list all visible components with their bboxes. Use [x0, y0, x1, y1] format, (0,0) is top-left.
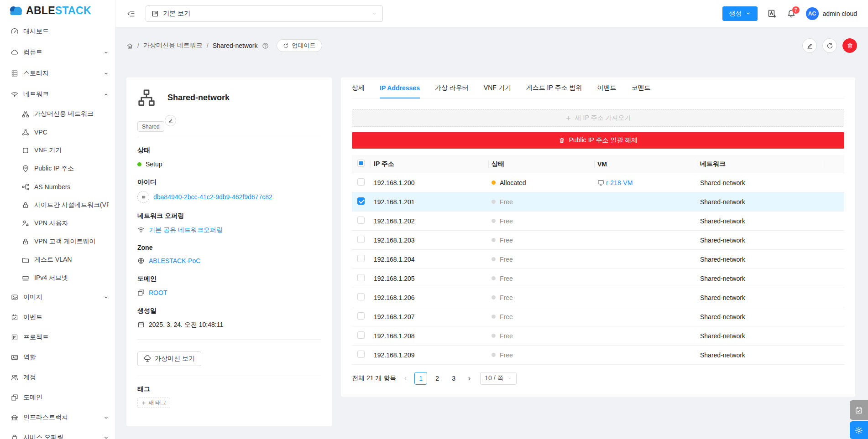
table-row[interactable]: 192.168.1.207 Free Shared-network — [352, 307, 844, 326]
page-size-select[interactable]: 10 / 쪽 — [480, 372, 516, 385]
acquire-ip-button[interactable]: 새 IP 주소 가져오기 — [352, 109, 844, 127]
tab-guest-ip-ranges[interactable]: 게스트 IP 주소 범위 — [526, 77, 582, 98]
domain-section: 도메인 ROOT — [137, 275, 321, 298]
sidebar-item-roles[interactable]: 역할 — [0, 347, 115, 367]
subnet-icon — [22, 274, 29, 282]
view-select[interactable]: 기본 보기 — [146, 5, 383, 22]
update-button[interactable]: 업데이트 — [277, 39, 322, 52]
network-id-link[interactable]: dba84940-2bcc-41c2-9db9-462f9d677c82 — [153, 192, 272, 202]
table-row[interactable]: 192.168.1.209 Free Shared-network — [352, 346, 844, 365]
row-checkbox[interactable] — [357, 293, 365, 300]
row-checkbox[interactable] — [357, 197, 365, 205]
sidebar-item-vpn-users[interactable]: VPN 사용자 — [0, 214, 115, 232]
tab-details[interactable]: 상세 — [352, 77, 365, 98]
edit-button[interactable] — [802, 38, 817, 53]
sidebar-item-accounts[interactable]: 계정 — [0, 367, 115, 387]
sidebar-item-service-offerings[interactable]: 서비스 오퍼링 — [0, 428, 115, 439]
table-row[interactable]: 192.168.1.201 Free Shared-network — [352, 192, 844, 212]
breadcrumb-parent[interactable]: 가상머신용 네트워크 — [143, 41, 203, 50]
sidebar-item-images[interactable]: 이미지 — [0, 287, 115, 307]
frame-icon — [22, 147, 29, 154]
ip-cell: 192.168.1.207 — [374, 313, 492, 320]
row-checkbox[interactable] — [357, 274, 365, 281]
plus-icon — [141, 401, 146, 405]
sidebar-item-events[interactable]: 이벤트 — [0, 307, 115, 327]
status-text: Free — [500, 237, 513, 244]
tab-ip-addresses[interactable]: IP Addresses — [380, 77, 420, 98]
user-menu[interactable]: AC admin cloud — [806, 7, 858, 20]
table-row[interactable]: 192.168.1.202 Free Shared-network — [352, 212, 844, 231]
create-button[interactable]: 생성 — [722, 6, 758, 21]
network-type-tag: Shared — [137, 121, 164, 132]
table-row[interactable]: 192.168.1.203 Free Shared-network — [352, 231, 844, 250]
sidebar-item-projects[interactable]: 프로젝트 — [0, 327, 115, 347]
event-log-button[interactable] — [850, 400, 868, 420]
status-dot — [492, 276, 496, 280]
next-page-button[interactable] — [464, 372, 475, 385]
vm-link[interactable]: r-218-VM — [606, 179, 633, 186]
row-checkbox[interactable] — [357, 255, 365, 262]
sidebar-item-storage[interactable]: 스토리지 — [0, 63, 115, 84]
table-row[interactable]: 192.168.1.208 Free Shared-network — [352, 326, 844, 346]
page-button-2[interactable]: 2 — [431, 372, 444, 385]
zone-link[interactable]: ABLESTACK-PoC — [149, 256, 200, 266]
sidebar-item-network[interactable]: 네트워크 — [0, 84, 115, 105]
page-button-3[interactable]: 3 — [447, 372, 460, 385]
page-actions — [802, 38, 857, 53]
sidebar-item-site-to-site-vpn[interactable]: 사이트간 사설네트워크(VP... — [0, 196, 115, 214]
refresh-button[interactable] — [822, 38, 837, 53]
row-checkbox[interactable] — [357, 217, 365, 224]
sidebar-item-domains[interactable]: 도메인 — [0, 387, 115, 408]
folder-icon — [22, 256, 29, 263]
sidebar-item-vnf[interactable]: VNF 기기 — [0, 141, 115, 160]
menu-fold-icon[interactable] — [126, 10, 135, 18]
row-checkbox[interactable] — [357, 178, 365, 186]
row-checkbox[interactable] — [357, 331, 365, 339]
row-checkbox[interactable] — [357, 312, 365, 320]
edit-name-button[interactable] — [165, 115, 176, 126]
tab-comments[interactable]: 코멘트 — [631, 77, 650, 98]
sidebar-item-guest-networks[interactable]: 가상머신용 네트워크 — [0, 105, 115, 123]
delete-button[interactable] — [842, 38, 857, 53]
sidebar-item-infrastructure[interactable]: 인프라스트럭쳐 — [0, 408, 115, 428]
view-vms-button[interactable]: 가상머신 보기 — [137, 351, 201, 366]
table-row[interactable]: 192.168.1.205 Free Shared-network — [352, 269, 844, 288]
sidebar-item-public-ip[interactable]: Public IP 주소 — [0, 160, 115, 178]
prev-page-button[interactable] — [400, 372, 411, 385]
row-checkbox[interactable] — [357, 351, 365, 358]
detail-tabs: 상세 IP Addresses 가상 라우터 VNF 기기 게스트 IP 주소 … — [352, 77, 844, 98]
table-row[interactable]: 192.168.1.200 Allocated r-218-VM Shared-… — [352, 173, 844, 192]
sidebar-item-compute[interactable]: 컴퓨트 — [0, 42, 115, 63]
domain-link[interactable]: ROOT — [149, 288, 167, 298]
row-checkbox[interactable] — [357, 236, 365, 243]
network-cell: Shared-network — [700, 313, 827, 320]
tab-vnf-appliances[interactable]: VNF 기기 — [484, 77, 511, 98]
network-cell: Shared-network — [700, 294, 827, 301]
help-question-icon[interactable] — [262, 42, 269, 49]
sidebar-item-vpn-gateway[interactable]: VPN 고객 게이트웨이 — [0, 232, 115, 251]
status-dot — [492, 238, 496, 242]
select-all-checkbox[interactable] — [357, 160, 365, 167]
barcode-icon — [137, 191, 149, 203]
overlap-squares-icon — [137, 289, 145, 296]
table-row[interactable]: 192.168.1.206 Free Shared-network — [352, 288, 844, 307]
new-tag-button[interactable]: 새 태그 — [137, 398, 170, 408]
user-add-icon[interactable] — [768, 9, 777, 18]
home-icon[interactable] — [126, 42, 133, 49]
sidebar-item-as-numbers[interactable]: AS Numbers — [0, 178, 115, 196]
caret-down-icon — [746, 11, 751, 16]
sidebar-item-guest-vlan[interactable]: 게스트 VLAN — [0, 251, 115, 269]
table-row[interactable]: 192.168.1.204 Free Shared-network — [352, 250, 844, 269]
tab-virtual-routers[interactable]: 가상 라우터 — [435, 77, 469, 98]
network-offering-link[interactable]: 기본 공유 네트워크오퍼링 — [149, 225, 223, 235]
sidebar-item-vpc[interactable]: VPC — [0, 123, 115, 141]
tab-events[interactable]: 이벤트 — [597, 77, 616, 98]
ip-cell: 192.168.1.203 — [374, 237, 492, 244]
page-button-1[interactable]: 1 — [414, 372, 427, 385]
notifications-bell[interactable]: 7 — [787, 9, 796, 18]
settings-gear-button[interactable] — [850, 421, 868, 439]
sidebar-item-dashboard[interactable]: 대시보드 — [0, 21, 115, 42]
sidebar-item-ipv4-subnet[interactable]: IPv4 서브넷 — [0, 269, 115, 287]
brand-cloud-icon — [9, 5, 24, 16]
release-public-ip-button[interactable]: Public IP 주소 일괄 해제 — [352, 132, 844, 149]
